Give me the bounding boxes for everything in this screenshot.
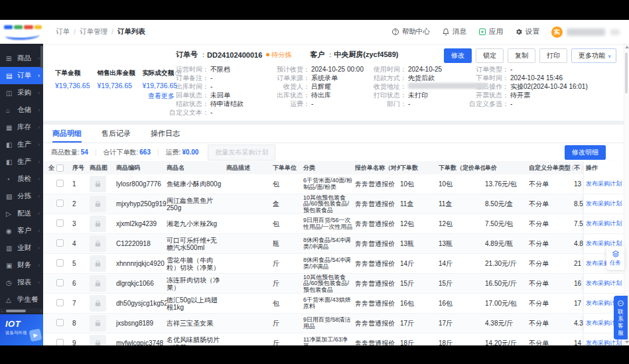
product-name[interactable]: 湘老九小米辣2kg	[167, 220, 226, 227]
scroll-down-icon[interactable]	[625, 341, 629, 343]
row-checkbox[interactable]	[56, 319, 64, 326]
product-name[interactable]: 可口可乐纤维+无糖汽水500ml	[167, 237, 226, 251]
more-functions-button[interactable]: 更多功能∨	[571, 48, 616, 63]
sidebar-item-订单[interactable]: ▤ 订单 ›	[0, 67, 43, 84]
split-type: 不分单	[529, 279, 574, 288]
lock-button[interactable]: 锁定	[476, 48, 504, 63]
user-menu[interactable]: 实	[551, 27, 620, 38]
sidebar-item-配送[interactable]: ▷ 配送 ›	[0, 205, 43, 222]
publish-purchase-plan-link[interactable]: 发布采购计划	[586, 180, 622, 188]
sidebar-item-业财[interactable]: ▥ 业财 ›	[0, 239, 43, 257]
batch-publish-purchase-button[interactable]: 批量发布采购计划	[208, 145, 275, 160]
product-name[interactable]: 鱼铭康小酥肉800g	[167, 180, 226, 188]
product-name[interactable]: 吉祥三宝圣女果	[167, 320, 226, 327]
breadcrumb-separator: /	[74, 28, 76, 36]
sidebar-item-财务[interactable]: ▣ 财务 ›	[0, 257, 43, 274]
split-type: 不分单	[529, 200, 574, 209]
sidebar-item-仓储[interactable]: ⌂ 仓储 ›	[0, 101, 43, 119]
header-quote-sheet: 报价单名称（对外）	[355, 164, 400, 172]
row-checkbox[interactable]	[56, 259, 64, 267]
scrollbar-thumb[interactable]	[6, 310, 26, 312]
breadcrumb-item[interactable]: 订单	[56, 27, 70, 36]
publish-purchase-plan-link[interactable]: 发布采购计划	[586, 339, 622, 345]
chevron-right-icon: ›	[38, 72, 43, 79]
scrollbar-thumb[interactable]	[625, 52, 628, 93]
order-status: 待分拣	[271, 50, 291, 60]
help-center-button[interactable]: 帮助中心	[391, 27, 430, 36]
product-thumbnail[interactable]	[90, 235, 106, 252]
scroll-right-icon[interactable]: ›	[39, 309, 43, 313]
contact-service-button[interactable]: 联系客服	[614, 296, 628, 339]
product-thumbnail[interactable]	[90, 196, 106, 212]
messages-button[interactable]: 消息	[442, 27, 466, 36]
row-checkbox[interactable]	[56, 219, 64, 227]
row-checkbox[interactable]	[56, 180, 64, 187]
quote-sheet-name: 奔奔普通报价	[355, 219, 400, 229]
settings-button[interactable]: 设置	[515, 27, 539, 36]
header-category: 分类	[303, 164, 355, 172]
edit-detail-button[interactable]: 修改明细	[565, 145, 606, 160]
scroll-left-icon[interactable]: ‹	[0, 309, 4, 313]
unit-price: 13.76元/包	[485, 180, 529, 189]
scroll-up-icon[interactable]	[625, 46, 629, 48]
order-field-出库状态: 出库状态 待出库	[277, 91, 374, 99]
product-name[interactable]: 雪花牛腩（牛肉粒）切块（净菜）	[167, 257, 226, 271]
tab-商品明细[interactable]: 商品明细	[52, 125, 82, 143]
task-float-button[interactable]: 任务	[606, 247, 624, 270]
sidebar-item-商品[interactable]: ⊞ 商品 ›	[0, 50, 43, 67]
tab-售后记录[interactable]: 售后记录	[102, 125, 131, 143]
product-thumbnail[interactable]	[90, 295, 106, 312]
tab-操作日志[interactable]: 操作日志	[151, 125, 180, 143]
expand-all-header[interactable]: 全	[43, 164, 56, 172]
product-thumbnail[interactable]	[90, 215, 106, 232]
row-checkbox[interactable]	[56, 339, 64, 345]
row-operations-cell: 发布采购计划	[583, 274, 624, 293]
iot-widget[interactable]: IOT 设备与环境 ▶	[0, 314, 43, 345]
product-thumbnail[interactable]	[90, 275, 106, 292]
row-checkbox[interactable]	[56, 239, 64, 247]
sidebar-item-生产[interactable]: ◧ 生产 ›	[0, 136, 43, 153]
breadcrumb-item[interactable]: 订单管理	[80, 27, 107, 36]
sidebar-item-生产[interactable]: ◧ 生产 ›	[0, 153, 43, 170]
select-all-checkbox[interactable]	[56, 164, 64, 172]
row-checkbox[interactable]	[56, 200, 64, 207]
app-logo[interactable]	[3, 23, 48, 41]
publish-purchase-plan-link[interactable]: 发布采购计划	[586, 219, 622, 228]
production-icon: ◧	[6, 158, 15, 166]
sidebar-item-客户[interactable]: ◉ 客户 ›	[0, 222, 43, 239]
field-label: 结款方式	[374, 74, 407, 83]
sidebar-item-采购[interactable]: ◫ 采购 ›	[0, 84, 43, 101]
publish-purchase-plan-link[interactable]: 发布采购计划	[586, 200, 622, 208]
sidebar-horizontal-scrollbar[interactable]: ‹ ›	[0, 308, 43, 313]
apps-button[interactable]: 应用	[478, 27, 503, 36]
row-checkbox[interactable]	[56, 299, 64, 306]
product-thumbnail[interactable]	[90, 255, 106, 272]
sidebar-item-报表[interactable]: ◷ 报表 ›	[0, 274, 43, 291]
unit-price: 4.38元/斤	[485, 319, 529, 328]
sidebar-item-质检[interactable]: ◔ 质检 ›	[0, 170, 43, 188]
split-type: 不分单	[529, 259, 574, 269]
publish-purchase-plan-link[interactable]: 发布采购计划	[586, 279, 622, 288]
product-name[interactable]: 冻连肝肉切块（净菜）	[167, 276, 226, 291]
copy-button[interactable]: 复制	[508, 48, 535, 63]
sidebar-item-学生餐[interactable]: △ 学生餐 ›	[0, 291, 43, 308]
row-checkbox[interactable]	[56, 279, 64, 286]
sidebar-item-分拣[interactable]: ▧ 分拣 ›	[0, 188, 43, 205]
modify-button[interactable]: 修改	[444, 48, 472, 63]
sidebar-item-库存[interactable]: ▦ 库存 ›	[0, 119, 43, 136]
chevron-right-icon: ›	[38, 210, 43, 217]
truncated-value: 8.5	[574, 200, 583, 208]
summary-value: 663	[139, 149, 151, 156]
product-name[interactable]: 闽江鑫鱼黑鱼片250g	[167, 197, 226, 212]
warehouse-icon: ⌂	[6, 107, 15, 114]
gear-icon	[515, 28, 523, 36]
sidebar-scrollbar[interactable]	[40, 46, 43, 68]
product-thumbnail[interactable]	[90, 315, 106, 332]
product-name[interactable]: 名优风味腊肠切片（净菜）	[167, 336, 226, 346]
product-name[interactable]: 德汇50g以上鸡翅根1kg	[167, 296, 226, 311]
table-row: 8 jxsbsng8189 吉祥三宝圣女果 斤 9日用百货/58清洁用品 奔奔普…	[43, 314, 624, 334]
product-thumbnail[interactable]	[90, 335, 106, 345]
row-operations-cell: 发布采购计划	[583, 214, 624, 233]
product-thumbnail[interactable]	[90, 176, 106, 192]
print-button[interactable]: 打印	[539, 48, 567, 63]
